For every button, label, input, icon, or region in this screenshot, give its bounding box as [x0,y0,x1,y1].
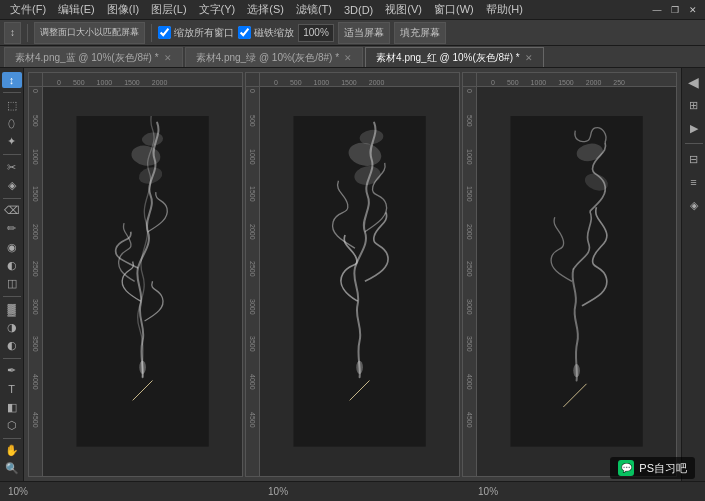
menu-image[interactable]: 图像(I) [101,0,145,19]
fill-screen-button[interactable]: 填充屏幕 [394,22,446,44]
toolbar: ↕ 调整面口大小以匹配屏幕 缩放所有窗口 磁铁缩放 适当屏幕 填充屏幕 [0,20,705,46]
left-toolbar: ↕ ⬚ ⬯ ✦ ✂ ◈ ⌫ ✏ ◉ ◐ ◫ ▓ ◑ ◐ ✒ T ◧ ⬡ ✋ 🔍 [0,68,24,481]
tab-bar: 素材4.png_蓝 @ 10%(灰色/8#) * ✕ 素材4.png_绿 @ 1… [0,46,705,68]
svg-point-5 [139,361,146,374]
panel-collapse[interactable]: ▶ [684,118,704,138]
move-tool-icon[interactable]: ↕ [4,22,21,44]
canvas-panel-blue: 0 500 1000 1500 2000 0 500 1000 1500 200… [28,72,243,477]
right-toolbar: ◀ ⊞ ▶ ⊟ ≡ ◈ [681,68,705,481]
layers-panel-toggle[interactable]: ◀ [684,72,704,92]
clone-tool[interactable]: ◉ [2,239,22,255]
zoom-status-1: 10% [8,486,28,497]
ruler-tick-top-blue: 0 500 1000 1500 2000 [43,73,179,86]
toolbar-separator [27,24,28,42]
status-bar: 10% 10% 10% 💬 PS自习吧 [0,481,705,501]
zoom-all-checkbox[interactable] [158,26,171,39]
right-tool-1[interactable]: ⊟ [684,149,704,169]
tool-separator-3 [3,198,21,199]
toolbar-separator2 [151,24,152,42]
magnetic-zoom-check[interactable]: 磁铁缩放 [238,26,294,40]
pen-tool[interactable]: ✒ [2,362,22,378]
shape-tool[interactable]: ⬡ [2,417,22,433]
svg-point-16 [573,364,580,377]
menu-file[interactable]: 文件(F) [4,0,52,19]
svg-point-11 [356,361,363,374]
tool-separator-6 [3,438,21,439]
close-button[interactable]: ✕ [685,3,701,17]
blur-tool[interactable]: ◑ [2,319,22,335]
restore-button[interactable]: ❐ [667,3,683,17]
panel-expand[interactable]: ⊞ [684,95,704,115]
ruler-left-green: 0 500 1000 1500 2000 2500 3000 3500 4000… [246,87,260,476]
smoke-image-red [497,116,656,447]
canvas-panel-red: 0 500 1000 1500 2000 250 0 500 1000 1500… [462,72,677,477]
zoom-tool[interactable]: 🔍 [2,461,22,477]
svg-rect-6 [293,116,425,447]
window-controls: — ❐ ✕ [649,3,701,17]
gradient-tool[interactable]: ▓ [2,301,22,317]
canvas-panel-green: 0 500 1000 1500 2000 0 500 1000 1500 200… [245,72,460,477]
menu-bar: 文件(F) 编辑(E) 图像(I) 图层(L) 文字(Y) 选择(S) 滤镜(T… [0,0,705,20]
menu-filter[interactable]: 滤镜(T) [290,0,338,19]
right-sep [685,143,703,144]
tool-separator-5 [3,358,21,359]
svg-rect-12 [510,116,642,447]
canvas-content-blue: 0 500 1000 1500 2000 2500 3000 3500 4000… [29,87,242,476]
menu-type[interactable]: 文字(Y) [193,0,242,19]
tab-green[interactable]: 素材4.png_绿 @ 10%(灰色/8#) * ✕ [185,47,364,67]
zoom-input[interactable] [298,24,334,42]
move-tool[interactable]: ↕ [2,72,22,88]
menu-3d[interactable]: 3D(D) [338,0,379,19]
menu-select[interactable]: 选择(S) [241,0,290,19]
close-tab-red[interactable]: ✕ [525,53,533,63]
menu-layer[interactable]: 图层(L) [145,0,192,19]
text-tool[interactable]: T [2,381,22,397]
lasso-tool[interactable]: ⬯ [2,115,22,131]
tool-separator-1 [3,92,21,93]
fit-screen-button[interactable]: 适当屏幕 [338,22,390,44]
menu-view[interactable]: 视图(V) [379,0,428,19]
canvas-content-red: 0 500 1000 1500 2000 2500 3000 3500 4000… [463,87,676,476]
canvas-image-red[interactable] [477,87,676,476]
hand-tool[interactable]: ✋ [2,443,22,459]
ruler-top-blue: 0 500 1000 1500 2000 [29,73,242,87]
ruler-tick-top-red: 0 500 1000 1500 2000 250 [477,73,637,86]
quick-select-tool[interactable]: ✦ [2,134,22,150]
menu-help[interactable]: 帮助(H) [480,0,529,19]
zoom-all-windows-check[interactable]: 缩放所有窗口 [158,26,234,40]
ruler-top-red: 0 500 1000 1500 2000 250 [463,73,676,87]
healing-tool[interactable]: ⌫ [2,202,22,218]
ruler-left-red: 0 500 1000 1500 2000 2500 3000 3500 4000… [463,87,477,476]
eraser-tool[interactable]: ◫ [2,276,22,292]
right-tool-3[interactable]: ◈ [684,195,704,215]
dodge-tool[interactable]: ◐ [2,337,22,353]
main-area: ↕ ⬚ ⬯ ✦ ✂ ◈ ⌫ ✏ ◉ ◐ ◫ ▓ ◑ ◐ ✒ T ◧ ⬡ ✋ 🔍 [0,68,705,481]
canvas-image-green[interactable] [260,87,459,476]
crop-tool[interactable]: ✂ [2,159,22,175]
menu-window[interactable]: 窗口(W) [428,0,480,19]
ruler-left-blue: 0 500 1000 1500 2000 2500 3000 3500 4000… [29,87,43,476]
ruler-top-green: 0 500 1000 1500 2000 [246,73,459,87]
tab-blue[interactable]: 素材4.png_蓝 @ 10%(灰色/8#) * ✕ [4,47,183,67]
rect-select-tool[interactable]: ⬚ [2,97,22,113]
magnetic-zoom-checkbox[interactable] [238,26,251,39]
close-tab-green[interactable]: ✕ [344,53,352,63]
zoom-fit-label[interactable]: 调整面口大小以匹配屏幕 [34,22,145,44]
close-tab-blue[interactable]: ✕ [164,53,172,63]
ruler-tick-top-green: 0 500 1000 1500 2000 [260,73,396,86]
minimize-button[interactable]: — [649,3,665,17]
path-select-tool[interactable]: ◧ [2,399,22,415]
zoom-status-2: 10% [268,486,288,497]
history-brush-tool[interactable]: ◐ [2,257,22,273]
right-tool-2[interactable]: ≡ [684,172,704,192]
smoke-image-blue [63,116,222,447]
eyedropper-tool[interactable]: ◈ [2,177,22,193]
brush-tool[interactable]: ✏ [2,221,22,237]
canvas-content-green: 0 500 1000 1500 2000 2500 3000 3500 4000… [246,87,459,476]
menu-edit[interactable]: 编辑(E) [52,0,101,19]
smoke-image-green [280,116,439,447]
tab-red[interactable]: 素材4.png_红 @ 10%(灰色/8#) * ✕ [365,47,544,67]
canvas-image-blue[interactable] [43,87,242,476]
tool-separator-4 [3,296,21,297]
svg-rect-0 [76,116,208,447]
